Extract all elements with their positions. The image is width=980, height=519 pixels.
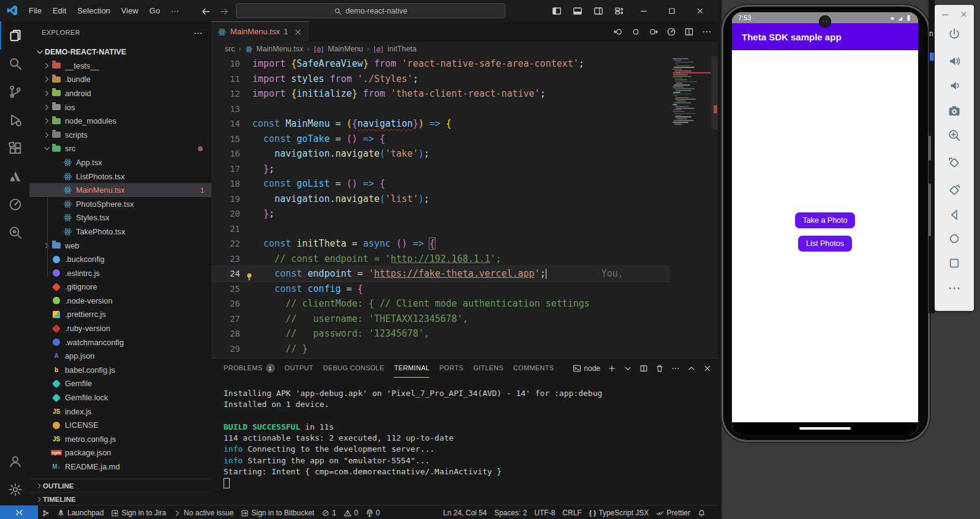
status-prettier[interactable]: Prettier [652, 506, 694, 519]
tree-item-gemfile[interactable]: Gemfile [29, 377, 211, 391]
tree-item-app-tsx[interactable]: App.tsx [29, 155, 211, 170]
breadcrumb-item[interactable]: MainMenu [328, 45, 363, 53]
window-minimize-button[interactable] [630, 0, 658, 21]
activity-gitlens[interactable] [0, 190, 29, 218]
breadcrumb[interactable]: src›MainMenu.tsx›[@]MainMenu›[@]initThet… [211, 42, 718, 56]
emulator-rotate-right-icon[interactable] [948, 184, 961, 197]
emulator-zoom-in-icon[interactable] [948, 129, 961, 142]
tree-item-buckconfig[interactable]: .buckconfig [29, 252, 211, 266]
breadcrumb-item[interactable]: MainMenu.tsx [257, 45, 304, 53]
menu-go[interactable]: Go [144, 4, 165, 17]
activity-settings[interactable] [0, 476, 29, 504]
app-button-take-a-photo[interactable]: Take a Photo [795, 212, 856, 228]
tree-item-gitignore[interactable]: .gitignore [29, 280, 211, 294]
more-icon[interactable] [702, 26, 712, 37]
emulator-overview-icon[interactable] [948, 256, 961, 270]
lay-bottom-icon[interactable] [567, 6, 588, 17]
activity-gitlens-inspect[interactable] [0, 218, 29, 247]
menu-view[interactable]: View [116, 4, 144, 17]
forward-arrow-icon[interactable] [219, 6, 229, 17]
tree-item-android[interactable]: android [29, 86, 211, 100]
menu-file[interactable]: File [23, 4, 47, 17]
status-sign-in-to-bitbucket[interactable]: Sign in to Bitbucket [237, 506, 318, 519]
activity-extensions[interactable] [0, 134, 29, 162]
menu-edit[interactable]: Edit [47, 4, 72, 17]
breadcrumb-item[interactable]: initTheta [388, 45, 417, 53]
tree-item-node-modules[interactable]: node_modules [29, 114, 211, 128]
tree-item-takephoto-tsx[interactable]: TakePhoto.tsx [29, 225, 211, 239]
emulator-home-icon[interactable] [948, 232, 961, 245]
emulator-minimize-icon[interactable] [941, 9, 949, 20]
panel-tab-gitlens[interactable]: GITLENS [473, 359, 503, 378]
activity-explorer[interactable] [0, 21, 29, 50]
tree-item-prettierrc-js[interactable]: .prettierrc.js [29, 308, 211, 322]
status-1[interactable]: 1 [318, 506, 340, 519]
gitlens-graph-icon[interactable] [666, 26, 676, 37]
status-typescript-jsx[interactable]: { }TypeScript JSX [586, 506, 653, 519]
sidebar-section-outline[interactable]: OUTLINE [29, 479, 211, 493]
emulator-volume-down-icon[interactable] [948, 79, 961, 92]
tree-item-web[interactable]: web [29, 239, 211, 253]
panel-split-icon[interactable] [639, 364, 648, 373]
status-no-active-issue[interactable]: No active issue [170, 506, 237, 519]
lay-custom-icon[interactable] [609, 6, 630, 17]
explorer-more-icon[interactable] [194, 28, 203, 39]
emulator-back-icon[interactable] [948, 208, 961, 222]
status-utf-8[interactable]: UTF-8 [530, 506, 559, 519]
app-button-list-photos[interactable]: List Photos [798, 236, 852, 252]
tree-item-metro-config-js[interactable]: JSmetro.config.js [29, 432, 211, 446]
project-root-row[interactable]: DEMO-REACT-NATIVE [29, 45, 211, 59]
nav-circle-icon[interactable] [631, 26, 641, 37]
status-launchpad[interactable]: Launchpad [53, 506, 107, 519]
tree-item-index-js[interactable]: JSindex.js [29, 405, 211, 419]
panel-tab-output[interactable]: OUTPUT [285, 359, 314, 378]
back-arrow-icon[interactable] [201, 6, 211, 17]
home-indicator[interactable] [799, 427, 851, 430]
tree-item-watchmanconfig[interactable]: .watchmanconfig [29, 335, 211, 349]
panel-chev-down-icon[interactable] [624, 364, 632, 373]
status-0[interactable]: 0 [362, 506, 384, 519]
tree-item-tests[interactable]: __tests__ [29, 59, 211, 73]
menu-[interactable]: ··· [165, 4, 184, 17]
emulator-power-icon[interactable] [948, 27, 961, 40]
activity-accounts[interactable] [0, 447, 29, 476]
activity-source-control[interactable] [0, 78, 29, 106]
status-crlf[interactable]: CRLF [559, 506, 585, 519]
panel-plus-icon[interactable] [608, 364, 616, 373]
panel-tab-terminal[interactable]: TERMINAL [394, 359, 429, 378]
emulator-rotate-left-icon[interactable] [948, 156, 961, 170]
tree-item-eslintrc-js[interactable]: .eslintrc.js [29, 266, 211, 280]
panel-more-icon[interactable] [671, 364, 680, 373]
activity-atlassian[interactable] [0, 162, 29, 190]
window-close-button[interactable] [686, 0, 714, 21]
panel-tab-comments[interactable]: COMMENTS [513, 359, 554, 378]
status-spaces-2[interactable]: Spaces: 2 [491, 506, 530, 519]
lay-left-icon[interactable] [546, 6, 567, 17]
panel-tab-debug-console[interactable]: DEBUG CONSOLE [323, 359, 385, 378]
tree-item-ruby-version[interactable]: .ruby-version [29, 321, 211, 335]
activity-run-debug[interactable] [0, 106, 29, 134]
split-icon[interactable] [684, 26, 694, 37]
tree-item-listphotos-tsx[interactable]: ListPhotos.tsx [29, 170, 211, 184]
tree-item-readme-ja-md[interactable]: M↓README.ja.md [29, 460, 211, 474]
command-center-search[interactable]: demo-react-native [236, 3, 505, 18]
panel-chev-up-icon[interactable] [687, 364, 696, 373]
tree-item-ios[interactable]: ios [29, 100, 211, 114]
tree-item-gemfile-lock[interactable]: Gemfile.lock [29, 390, 211, 405]
tree-item-photosphere-tsx[interactable]: PhotoSphere.tsx [29, 197, 211, 211]
tree-item-src[interactable]: src [29, 142, 211, 156]
tree-item-scripts[interactable]: scripts [29, 128, 211, 142]
sidebar-section-timeline[interactable]: TIMELINE [29, 492, 211, 505]
tree-item-styles-tsx[interactable]: Styles.tsx [29, 211, 211, 225]
emulator-camera-icon[interactable] [948, 104, 961, 118]
emulator-volume-up-icon[interactable] [948, 54, 961, 68]
emulator-close-icon[interactable] [960, 9, 968, 20]
emulator-more-icon[interactable] [948, 282, 961, 295]
status-graph[interactable] [38, 506, 53, 519]
editor-scrollbar[interactable] [711, 56, 718, 130]
tree-item-app-json[interactable]: Aapp.json [29, 349, 211, 363]
nav-forward-icon[interactable] [649, 26, 658, 37]
panel-tab-ports[interactable]: PORTS [439, 359, 463, 378]
status-sign-in-to-jira[interactable]: Sign in to Jira [107, 506, 170, 519]
tree-item-node-version[interactable]: .node-version [29, 294, 211, 308]
